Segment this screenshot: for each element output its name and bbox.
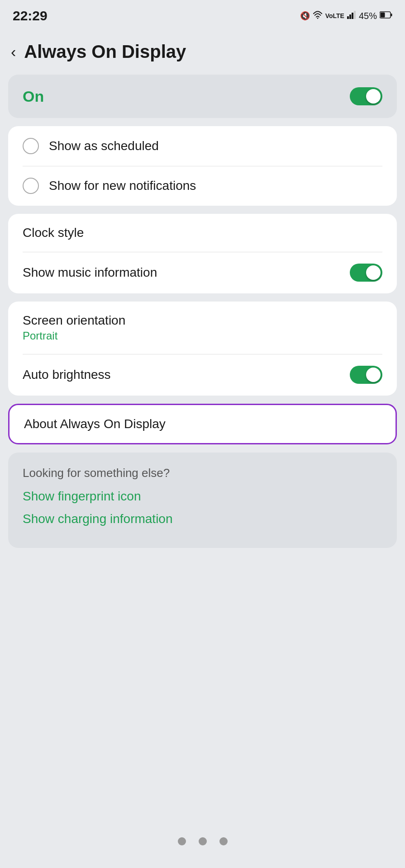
status-bar: 22:29 🔇 VoLTE 45% xyxy=(0,0,405,29)
signal-icon xyxy=(347,11,356,21)
auto-brightness-label: Auto brightness xyxy=(23,368,111,382)
screen-orientation-label: Screen orientation xyxy=(23,313,125,328)
clock-style-item[interactable]: Clock style xyxy=(8,214,397,252)
show-music-info-item[interactable]: Show music information xyxy=(8,252,397,293)
nav-dot-2 xyxy=(199,837,207,845)
about-aod-label: About Always On Display xyxy=(24,417,166,431)
show-fingerprint-icon-link[interactable]: Show fingerprint icon xyxy=(23,489,382,504)
nav-dot-3 xyxy=(219,837,228,845)
show-for-notifications-item[interactable]: Show for new notifications xyxy=(8,166,397,206)
page-header: ‹ Always On Display xyxy=(0,29,405,75)
back-button[interactable]: ‹ xyxy=(11,43,16,61)
looking-for-title: Looking for something else? xyxy=(23,466,382,480)
show-as-scheduled-item[interactable]: Show as scheduled xyxy=(8,126,397,166)
looking-for-section: Looking for something else? Show fingerp… xyxy=(8,453,397,548)
music-info-toggle[interactable] xyxy=(350,264,382,282)
svg-rect-1 xyxy=(347,16,349,19)
battery-icon xyxy=(380,11,392,21)
toggle-on-label: On xyxy=(23,88,44,105)
screen-orientation-value: Portrait xyxy=(23,330,125,342)
nav-dot-1 xyxy=(178,837,186,845)
brightness-toggle-knob xyxy=(366,368,381,382)
screen-orientation-item[interactable]: Screen orientation Portrait xyxy=(8,302,397,354)
nav-dots xyxy=(0,819,405,859)
auto-brightness-toggle[interactable] xyxy=(350,366,382,384)
show-as-scheduled-radio[interactable] xyxy=(23,138,39,154)
main-toggle-card[interactable]: On xyxy=(8,75,397,118)
show-as-scheduled-label: Show as scheduled xyxy=(49,139,159,153)
svg-rect-6 xyxy=(391,14,392,16)
status-icons: 🔇 VoLTE 45% xyxy=(300,10,392,22)
volte-icon: VoLTE xyxy=(325,12,344,19)
svg-rect-3 xyxy=(352,13,353,19)
about-card[interactable]: About Always On Display xyxy=(8,404,397,444)
orientation-brightness-card: Screen orientation Portrait Auto brightn… xyxy=(8,302,397,396)
clock-music-card: Clock style Show music information xyxy=(8,214,397,293)
svg-point-0 xyxy=(317,17,318,19)
battery-percentage: 45% xyxy=(359,11,377,21)
auto-brightness-item[interactable]: Auto brightness xyxy=(8,354,397,396)
display-options-card: Show as scheduled Show for new notificat… xyxy=(8,126,397,206)
page-title: Always On Display xyxy=(24,42,186,62)
mute-icon: 🔇 xyxy=(300,11,310,21)
status-time: 22:29 xyxy=(13,8,48,24)
show-charging-info-link[interactable]: Show charging information xyxy=(23,512,382,526)
svg-rect-2 xyxy=(349,14,351,19)
toggle-knob xyxy=(366,89,381,104)
wifi-icon xyxy=(313,10,323,22)
clock-style-label: Clock style xyxy=(23,226,84,240)
svg-rect-4 xyxy=(354,11,356,19)
about-aod-item[interactable]: About Always On Display xyxy=(10,405,395,443)
main-toggle-switch[interactable] xyxy=(350,87,382,105)
music-toggle-knob xyxy=(366,265,381,280)
show-for-notifications-radio[interactable] xyxy=(23,178,39,194)
show-music-info-label: Show music information xyxy=(23,265,157,280)
svg-rect-7 xyxy=(381,12,385,17)
show-for-notifications-label: Show for new notifications xyxy=(49,179,196,193)
